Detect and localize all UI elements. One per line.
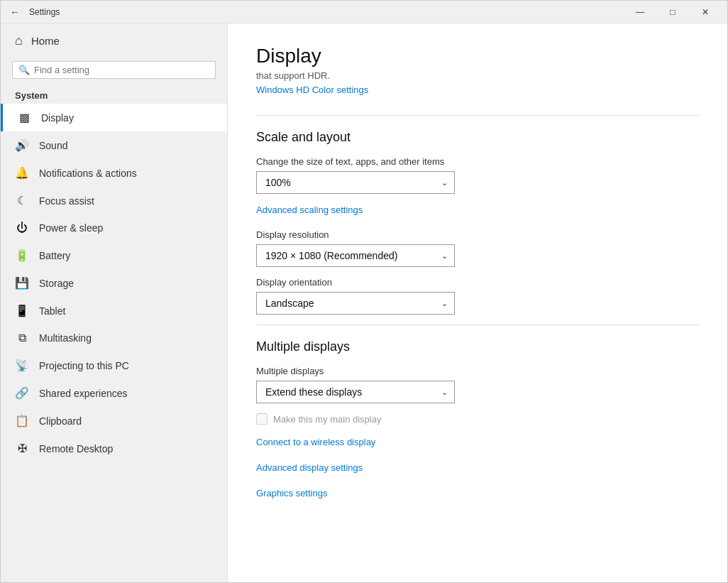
multiple-dropdown-wrapper: Extend these displays Duplicate these di… [256,381,455,403]
shared-icon: 🔗 [15,386,29,400]
notifications-icon: 🔔 [15,166,29,180]
sound-icon: 🔊 [15,138,29,152]
display-icon: ▩ [17,111,31,124]
minimize-button[interactable]: — [624,1,656,23]
sidebar-label-clipboard: Clipboard [39,415,82,427]
orientation-dropdown-wrapper: Landscape Portrait Landscape (flipped) P… [256,292,455,315]
sidebar-item-clipboard[interactable]: 📋 Clipboard [1,407,227,435]
multiple-dropdown[interactable]: Extend these displays Duplicate these di… [256,381,455,403]
scale-label: Change the size of text, apps, and other… [256,156,699,167]
scale-section-title: Scale and layout [256,130,699,145]
battery-icon: 🔋 [15,249,29,262]
window-controls: — □ ✕ [624,1,722,23]
sidebar-item-power[interactable]: ⏻ Power & sleep [1,214,227,241]
wireless-display-link[interactable]: Connect to a wireless display [256,437,375,447]
sidebar-item-focus[interactable]: ☾ Focus assist [1,187,227,214]
sidebar-home[interactable]: ⌂ Home [1,23,227,58]
home-icon: ⌂ [15,33,23,48]
resolution-dropdown-container: 1920 × 1080 (Recommended) 1600 × 900 128… [256,244,455,267]
sidebar-label-sound: Sound [39,140,67,151]
sidebar-label-notifications: Notifications & actions [39,168,137,179]
advanced-scaling-link[interactable]: Advanced scaling settings [256,205,363,215]
multiple-section-title: Multiple displays [256,339,699,354]
remote-icon: ✠ [15,442,29,455]
sidebar-item-shared[interactable]: 🔗 Shared experiences [1,379,227,407]
titlebar-title: Settings [29,7,60,17]
sidebar-label-focus: Focus assist [39,195,94,207]
content-area: ⌂ Home 🔍 System ▩ Display 🔊 Sound 🔔 Noti… [1,23,727,582]
sidebar-label-power: Power & sleep [39,222,103,234]
focus-icon: ☾ [15,194,29,207]
graphics-settings-link[interactable]: Graphics settings [256,488,327,498]
section-divider [256,115,699,116]
multitasking-icon: ⧉ [15,332,29,344]
sidebar-item-display[interactable]: ▩ Display [1,104,227,131]
main-display-row: Make this my main display [256,413,699,425]
main-display-checkbox[interactable] [256,413,268,425]
sidebar-label-storage: Storage [39,278,74,289]
sidebar-item-remote[interactable]: ✠ Remote Desktop [1,435,227,462]
advanced-display-link[interactable]: Advanced display settings [256,462,363,473]
sidebar-item-tablet[interactable]: 📱 Tablet [1,297,227,325]
sidebar-label-display: Display [41,112,74,124]
sidebar-item-sound[interactable]: 🔊 Sound [1,131,227,159]
search-icon: 🔍 [18,65,30,75]
tablet-icon: 📱 [15,304,29,317]
sidebar-label-tablet: Tablet [39,305,65,317]
sidebar-label-shared: Shared experiences [39,388,128,399]
resolution-dropdown-wrapper: 1920 × 1080 (Recommended) 1600 × 900 128… [256,244,455,267]
close-button[interactable]: ✕ [689,1,722,23]
scale-dropdown[interactable]: 100% 125% 150% 175% [256,171,455,194]
hdr-link[interactable]: Windows HD Color settings [256,85,368,95]
page-title: Display [256,45,699,67]
settings-window: ← Settings — □ ✕ ⌂ Home 🔍 System ▩ Displ… [0,0,728,583]
resolution-dropdown[interactable]: 1920 × 1080 (Recommended) 1600 × 900 128… [256,244,455,267]
sidebar-item-projecting[interactable]: 📡 Projecting to this PC [1,352,227,379]
scale-dropdown-wrapper: 100% 125% 150% 175% ⌄ [256,171,455,194]
orientation-dropdown-container: Landscape Portrait Landscape (flipped) P… [256,292,455,315]
multiple-label: Multiple displays [256,366,699,376]
storage-icon: 💾 [15,276,29,290]
power-icon: ⏻ [15,222,29,234]
sidebar-item-multitasking[interactable]: ⧉ Multitasking [1,325,227,352]
search-box[interactable]: 🔍 [12,61,216,79]
sidebar-item-storage[interactable]: 💾 Storage [1,269,227,297]
titlebar: ← Settings — □ ✕ [1,1,727,23]
maximize-button[interactable]: □ [656,1,689,23]
orientation-dropdown[interactable]: Landscape Portrait Landscape (flipped) P… [256,292,455,315]
sidebar-label-projecting: Projecting to this PC [39,360,129,371]
orientation-label: Display orientation [256,277,699,288]
resolution-label: Display resolution [256,229,699,240]
system-section-label: System [1,85,227,104]
main-content: Display that support HDR. Windows HD Col… [228,23,727,582]
back-button[interactable]: ← [6,4,23,21]
clipboard-icon: 📋 [15,414,29,427]
main-display-label: Make this my main display [273,414,381,425]
sidebar-label-multitasking: Multitasking [39,332,92,344]
scale-dropdown-container: 100% 125% 150% 175% ⌄ [256,171,455,194]
multiple-dropdown-container: Extend these displays Duplicate these di… [256,381,455,403]
sidebar-item-battery[interactable]: 🔋 Battery [1,241,227,269]
home-label: Home [31,35,60,47]
sidebar: ⌂ Home 🔍 System ▩ Display 🔊 Sound 🔔 Noti… [1,23,228,582]
sidebar-label-remote: Remote Desktop [39,443,113,454]
page-subtitle: that support HDR. [256,70,699,81]
sidebar-item-notifications[interactable]: 🔔 Notifications & actions [1,159,227,187]
projecting-icon: 📡 [15,359,29,372]
section-divider-2 [256,325,699,325]
search-input[interactable] [34,65,209,75]
sidebar-label-battery: Battery [39,250,70,261]
